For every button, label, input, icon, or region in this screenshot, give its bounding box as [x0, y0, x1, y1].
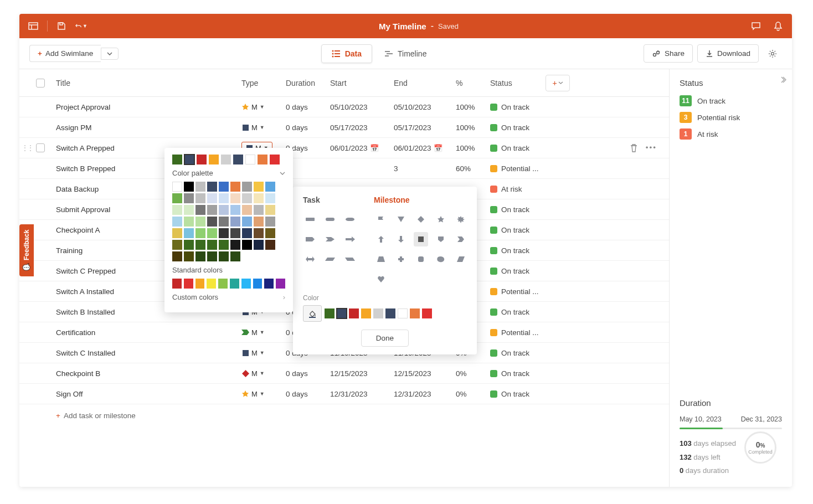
row-title[interactable]: Sign Off	[56, 390, 241, 398]
color-swatch[interactable]	[422, 308, 432, 318]
row-duration[interactable]: 0 days	[286, 124, 330, 132]
color-swatch[interactable]	[242, 228, 252, 238]
color-swatch[interactable]	[398, 308, 408, 318]
row-percent[interactable]: 0%	[456, 369, 490, 378]
color-swatch[interactable]	[219, 205, 229, 215]
row-status[interactable]: On track	[490, 390, 546, 398]
shape-trapezoid[interactable]	[374, 252, 388, 266]
shape-blob[interactable]	[434, 252, 448, 266]
table-row[interactable]: ⋮⋮ Switch A Prepped M▼ 0 days 06/01/2023…	[19, 138, 669, 158]
row-end[interactable]: 05/10/2023	[394, 103, 456, 111]
color-swatch[interactable]	[258, 155, 267, 164]
row-status[interactable]: On track	[490, 124, 546, 132]
shape-arrow-down[interactable]	[394, 232, 408, 246]
color-swatch[interactable]	[337, 308, 347, 318]
fill-bucket-button[interactable]	[303, 305, 322, 322]
row-status[interactable]: On track	[490, 103, 546, 111]
color-swatch[interactable]	[242, 217, 252, 227]
color-swatch[interactable]	[230, 182, 240, 192]
color-swatch[interactable]	[184, 205, 194, 215]
comment-icon[interactable]	[750, 20, 762, 32]
shape-triangle-down[interactable]	[394, 212, 408, 227]
shape-diamond[interactable]	[414, 212, 428, 227]
color-swatch[interactable]	[219, 193, 229, 203]
timeline-tab[interactable]: Timeline	[374, 44, 436, 63]
shape-arrow-up[interactable]	[374, 232, 388, 246]
shape-flag[interactable]	[374, 212, 388, 227]
color-swatch[interactable]	[195, 205, 205, 215]
shape-rounded[interactable]	[323, 212, 337, 227]
feedback-tab[interactable]: 💬Feedback	[19, 224, 34, 276]
color-swatch[interactable]	[219, 240, 229, 250]
color-swatch[interactable]	[195, 217, 205, 227]
shape-parallelogram2[interactable]	[343, 252, 357, 266]
color-swatch[interactable]	[242, 240, 252, 250]
color-swatch[interactable]	[219, 182, 229, 192]
color-swatch[interactable]	[172, 205, 182, 215]
row-status[interactable]: On track	[490, 205, 546, 214]
add-column-button[interactable]: +	[546, 75, 570, 91]
color-swatch[interactable]	[184, 251, 194, 261]
shape-double-arrow[interactable]	[303, 252, 317, 266]
color-swatch[interactable]	[264, 279, 274, 289]
more-icon[interactable]: •••	[646, 143, 657, 152]
color-swatch[interactable]	[221, 155, 231, 164]
col-type[interactable]: Type	[241, 79, 286, 88]
color-swatch[interactable]	[245, 155, 255, 164]
table-row[interactable]: Assign PM M▼ 0 days 05/17/2023 05/17/202…	[19, 117, 669, 138]
color-swatch[interactable]	[230, 205, 240, 215]
color-swatch[interactable]	[254, 228, 264, 238]
color-swatch[interactable]	[184, 279, 193, 289]
color-swatch[interactable]	[270, 155, 280, 164]
color-swatch[interactable]	[325, 308, 335, 318]
delete-icon[interactable]	[630, 143, 638, 152]
shape-pill[interactable]	[343, 212, 357, 227]
color-swatch[interactable]	[184, 155, 194, 164]
col-duration[interactable]: Duration	[286, 79, 330, 88]
row-title[interactable]: Certification	[56, 328, 241, 337]
row-status[interactable]: On track	[490, 267, 546, 275]
col-percent[interactable]: %	[456, 79, 490, 88]
shape-skew[interactable]	[454, 252, 468, 266]
color-swatch[interactable]	[265, 217, 275, 227]
shape-bar[interactable]	[303, 212, 317, 227]
color-swatch[interactable]	[265, 205, 275, 215]
color-swatch[interactable]	[219, 217, 229, 227]
color-swatch[interactable]	[219, 228, 229, 238]
row-status[interactable]: Potential ...	[490, 164, 546, 173]
calendar-icon[interactable]: 📅	[434, 144, 442, 152]
undo-icon[interactable]: ▼	[75, 20, 88, 32]
color-swatch[interactable]	[254, 193, 264, 203]
row-title[interactable]: Switch C Installed	[56, 349, 241, 357]
type-selector[interactable]: M▼	[241, 390, 265, 398]
color-swatch[interactable]	[172, 240, 182, 250]
row-status[interactable]: On track	[490, 226, 546, 234]
row-status[interactable]: Potential ...	[490, 287, 546, 296]
type-selector[interactable]: M▼	[241, 369, 265, 378]
color-swatch[interactable]	[373, 308, 383, 318]
table-row[interactable]: Project Approval M▼ 0 days 05/10/2023 05…	[19, 97, 669, 117]
color-swatch[interactable]	[242, 182, 252, 192]
color-swatch[interactable]	[184, 217, 194, 227]
shape-arrow2[interactable]	[323, 232, 337, 246]
color-swatch[interactable]	[195, 279, 205, 289]
row-duration[interactable]: 0 days	[286, 390, 330, 398]
color-swatch[interactable]	[207, 251, 217, 261]
chevron-down-icon[interactable]	[280, 172, 285, 175]
table-row[interactable]: Checkpoint B M▼ 0 days 12/15/2023 12/15/…	[19, 363, 669, 384]
color-swatch[interactable]	[230, 193, 240, 203]
bell-icon[interactable]	[772, 20, 784, 32]
color-swatch[interactable]	[410, 308, 420, 318]
row-end[interactable]: 05/17/2023	[394, 124, 456, 132]
color-swatch[interactable]	[242, 205, 252, 215]
color-swatch[interactable]	[349, 308, 359, 318]
color-swatch[interactable]	[172, 182, 182, 192]
row-status[interactable]: On track	[490, 369, 546, 378]
drag-handle-icon[interactable]: ⋮⋮	[22, 144, 33, 152]
expand-sidebar-icon[interactable]	[781, 76, 786, 84]
color-swatch[interactable]	[184, 193, 194, 203]
row-percent[interactable]: 60%	[456, 164, 490, 173]
color-swatch[interactable]	[207, 217, 217, 227]
download-button[interactable]: Download	[697, 44, 759, 63]
shape-burst[interactable]	[454, 212, 468, 227]
